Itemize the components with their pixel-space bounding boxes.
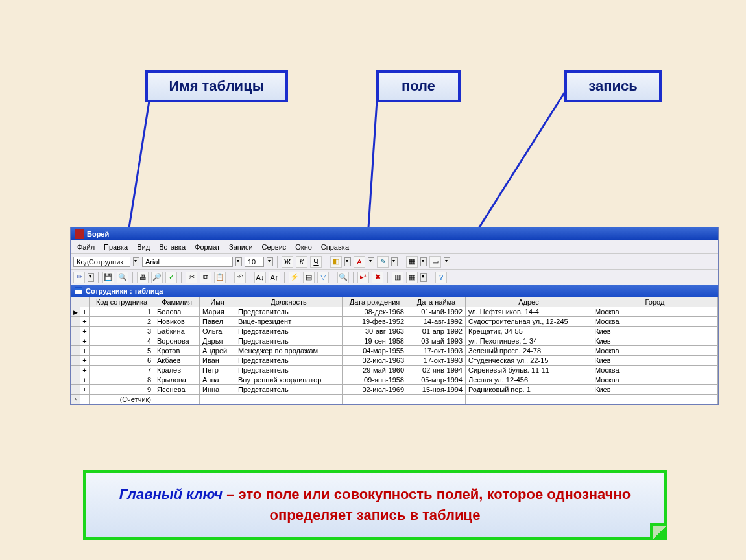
cell-firstname[interactable]: Анна: [200, 375, 235, 385]
bold-button[interactable]: Ж: [282, 256, 293, 268]
expand-header[interactable]: [80, 298, 90, 307]
new-object-dd[interactable]: [420, 273, 427, 282]
table-row[interactable]: ▶+1БеловаМарияПредставитель08-дек-196801…: [71, 307, 718, 317]
expand-button[interactable]: +: [80, 375, 90, 385]
expand-button[interactable]: +: [80, 346, 90, 356]
save-button[interactable]: 💾: [102, 272, 114, 283]
line-color-button[interactable]: ✎: [377, 256, 389, 268]
sort-asc-button[interactable]: A↓: [254, 272, 266, 283]
cell-lastname[interactable]: Воронова: [154, 336, 200, 346]
table-row[interactable]: +6АкбаевИванПредставитель02-июл-196317-о…: [71, 356, 718, 366]
expand-button[interactable]: [80, 395, 90, 404]
cell-city[interactable]: Москва: [592, 317, 718, 327]
cell-title[interactable]: Внутренний координатор: [235, 375, 343, 385]
menu-help[interactable]: Справка: [317, 242, 353, 252]
cell-firstname[interactable]: Петр: [200, 366, 235, 375]
cell-hire[interactable]: 01-май-1992: [407, 307, 466, 317]
cell-title[interactable]: Представитель: [235, 336, 343, 346]
expand-button[interactable]: +: [80, 366, 90, 375]
cell-addr[interactable]: Сиреневый бульв. 11-11: [466, 366, 592, 375]
row-selector[interactable]: [71, 375, 80, 385]
cell-title[interactable]: Вице-президент: [235, 317, 343, 327]
cell-lastname[interactable]: Новиков: [154, 317, 200, 327]
table-row[interactable]: +9ЯсеневаИннаПредставитель02-июл-196915-…: [71, 385, 718, 395]
cell-lastname[interactable]: Крылова: [154, 375, 200, 385]
table-row[interactable]: +2НовиковПавелВице-президент19-фев-19521…: [71, 317, 718, 327]
cell-city[interactable]: Москва: [592, 375, 718, 385]
paste-button[interactable]: 📋: [214, 272, 226, 283]
cell-addr[interactable]: Зеленый просп. 24-78: [466, 346, 592, 356]
expand-button[interactable]: +: [80, 385, 90, 395]
print-preview-button[interactable]: 🔎: [151, 272, 163, 283]
row-selector[interactable]: [71, 356, 80, 366]
cell-firstname[interactable]: Иван: [200, 356, 235, 366]
menu-service[interactable]: Сервис: [258, 242, 291, 252]
app-titlebar[interactable]: Борей: [71, 228, 718, 240]
cell-firstname[interactable]: Павел: [200, 317, 235, 327]
row-selector[interactable]: [71, 366, 80, 375]
cell-lastname[interactable]: Белова: [154, 307, 200, 317]
font-name-dd[interactable]: [235, 257, 242, 266]
help-button[interactable]: ?: [435, 272, 447, 283]
row-selector[interactable]: ▶: [71, 307, 80, 317]
cell-id[interactable]: 7: [90, 366, 154, 375]
menu-window[interactable]: Окно: [291, 242, 316, 252]
find-button[interactable]: 🔍: [337, 272, 349, 283]
table-row[interactable]: +8КрыловаАннаВнутренний координатор09-ян…: [71, 375, 718, 385]
col-title[interactable]: Должность: [235, 298, 343, 307]
col-addr[interactable]: Адрес: [466, 298, 592, 307]
italic-button[interactable]: К: [296, 256, 307, 268]
field-selector-dd[interactable]: [133, 257, 139, 266]
db-window-button[interactable]: ▥: [392, 272, 403, 283]
expand-button[interactable]: +: [80, 317, 90, 327]
cell-lastname[interactable]: Бабкина: [154, 327, 200, 336]
cell-dob[interactable]: 02-июл-1963: [343, 356, 407, 366]
cell-firstname[interactable]: Инна: [200, 385, 235, 395]
cell-addr[interactable]: Крещатик, 34-55: [466, 327, 592, 336]
table-row[interactable]: +4ВороноваДарьяПредставитель19-сен-19580…: [71, 336, 718, 346]
cell-lastname[interactable]: Кралев: [154, 366, 200, 375]
view-button[interactable]: ✏: [73, 272, 85, 283]
row-selector[interactable]: [71, 385, 80, 395]
apply-filter-button[interactable]: ▽: [317, 272, 329, 283]
cell-dob[interactable]: 08-дек-1968: [343, 307, 407, 317]
cell-lastname[interactable]: Ясенева: [154, 385, 200, 395]
table-window-titlebar[interactable]: Сотрудники : таблица: [71, 285, 718, 297]
col-dob[interactable]: Дата рождения: [343, 298, 407, 307]
spellcheck-button[interactable]: ✓: [165, 272, 177, 283]
cell-firstname[interactable]: Андрей: [200, 346, 235, 356]
cell-city[interactable]: Киев: [592, 385, 718, 395]
cell-id[interactable]: 4: [90, 336, 154, 346]
cell-addr[interactable]: Родниковый пер. 1: [466, 385, 592, 395]
cell-id[interactable]: 6: [90, 356, 154, 366]
cell-dob[interactable]: 29-май-1960: [343, 366, 407, 375]
special-effect-button[interactable]: ▭: [429, 256, 441, 268]
row-selector[interactable]: [71, 327, 80, 336]
cell-addr[interactable]: ул. Нефтяников, 14-4: [466, 307, 592, 317]
cell-title[interactable]: Представитель: [235, 307, 343, 317]
expand-button[interactable]: +: [80, 327, 90, 336]
cell-addr[interactable]: ул. Пехотинцев, 1-34: [466, 336, 592, 346]
menu-format[interactable]: Формат: [191, 242, 224, 252]
sort-desc-button[interactable]: A↑: [269, 272, 280, 283]
font-color-dd[interactable]: [368, 257, 374, 266]
cell-dob[interactable]: 30-авг-1963: [343, 327, 407, 336]
row-selector[interactable]: [71, 317, 80, 327]
col-city[interactable]: Город: [592, 298, 718, 307]
cell-id[interactable]: 2: [90, 317, 154, 327]
cell-hire[interactable]: 17-окт-1993: [407, 346, 466, 356]
cell-city[interactable]: Киев: [592, 336, 718, 346]
cell-id[interactable]: 9: [90, 385, 154, 395]
cell-id-placeholder[interactable]: (Счетчик): [90, 395, 154, 404]
cell-title[interactable]: Представитель: [235, 366, 343, 375]
cell-hire[interactable]: 01-апр-1992: [407, 327, 466, 336]
cell-dob[interactable]: 04-мар-1955: [343, 346, 407, 356]
search-file-icon[interactable]: 🔍: [117, 272, 128, 283]
cell-id[interactable]: 3: [90, 327, 154, 336]
cell-city[interactable]: Москва: [592, 307, 718, 317]
cell-title[interactable]: Представитель: [235, 385, 343, 395]
row-selector[interactable]: [71, 336, 80, 346]
cell-firstname[interactable]: Ольга: [200, 327, 235, 336]
menu-edit[interactable]: Правка: [100, 242, 132, 252]
cell-hire[interactable]: 15-ноя-1994: [407, 385, 466, 395]
